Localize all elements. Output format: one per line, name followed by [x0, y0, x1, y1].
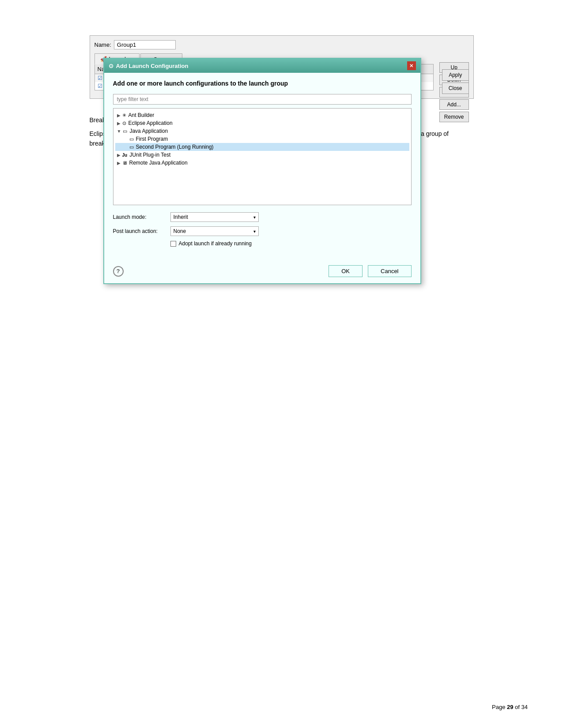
dropdown-arrow: ▾: [253, 215, 256, 220]
close-button[interactable]: Close: [442, 83, 469, 94]
collapse-arrow: ▶: [117, 113, 121, 118]
launch-mode-row: Launch mode: Inherit ▾: [113, 212, 412, 222]
junit-icon: Ju: [122, 153, 128, 158]
expand-arrow: ▼: [117, 129, 121, 134]
dropdown-arrow: ▾: [253, 229, 256, 234]
modal-title-text: Add Launch Configuration: [116, 63, 189, 69]
modal-title: ⊙ Add Launch Configuration: [109, 63, 189, 69]
add-launch-config-modal: ⊙ Add Launch Configuration ✕ Add one or …: [103, 58, 421, 284]
page-prefix: Page: [492, 704, 507, 710]
name-label: Name:: [94, 41, 111, 48]
name-input[interactable]: [114, 40, 176, 49]
remove-button[interactable]: Remove: [439, 112, 469, 122]
tree-item-label: JUnit Plug-in Test: [129, 152, 170, 158]
remote-icon: 🖥: [122, 160, 127, 165]
outer-footer-buttons: Apply Close: [442, 69, 469, 94]
checkbox-1: ☑: [98, 75, 102, 81]
filter-input[interactable]: [113, 94, 412, 105]
modal-titlebar: ⊙ Add Launch Configuration ✕: [104, 59, 420, 73]
program-icon: ▭: [129, 144, 134, 150]
tree-list[interactable]: ▶ ✳ Ant Builder ▶ ⊙ Eclipse Application …: [113, 108, 412, 205]
help-icon[interactable]: ?: [113, 266, 124, 277]
modal-body: Add one or more launch configurations to…: [104, 73, 420, 261]
tree-item-junit[interactable]: ▶ Ju JUnit Plug-in Test: [115, 151, 409, 159]
tree-item-first-program[interactable]: ▭ First Program: [115, 135, 409, 143]
modal-close-button[interactable]: ✕: [407, 61, 416, 70]
adopt-launch-label: Adopt launch if already running: [179, 240, 252, 247]
page-footer: Page 29 of 34: [492, 704, 528, 710]
launch-mode-value: Inherit: [174, 214, 188, 220]
tree-item-label: Ant Builder: [128, 112, 155, 118]
adopt-launch-checkbox[interactable]: [170, 241, 176, 247]
collapse-arrow: ▶: [117, 153, 121, 158]
program-icon: ▭: [129, 136, 134, 142]
name-row: Name:: [94, 40, 469, 49]
launch-mode-select[interactable]: Inherit ▾: [170, 212, 259, 222]
modal-heading: Add one or more launch configurations to…: [113, 80, 412, 87]
ant-icon: ✳: [122, 113, 126, 118]
cancel-button[interactable]: Cancel: [368, 265, 411, 277]
apply-button[interactable]: Apply: [442, 69, 469, 81]
tree-item-label: Remote Java Application: [129, 160, 188, 166]
tree-item-second-program[interactable]: ▭ Second Program (Long Running): [115, 143, 409, 151]
eclipse-icon: ⊙: [122, 120, 126, 126]
post-launch-select[interactable]: None ▾: [170, 226, 259, 236]
tree-item-label: Second Program (Long Running): [136, 144, 214, 150]
java-icon: ▭: [123, 128, 127, 134]
checkbox-2: ☑: [98, 83, 102, 89]
launch-mode-label: Launch mode:: [113, 214, 170, 220]
page-total: 34: [521, 704, 528, 710]
tree-item-label: Eclipse Application: [128, 120, 173, 126]
adopt-launch-row: Adopt launch if already running: [170, 240, 412, 247]
tree-item-label: First Program: [136, 136, 168, 142]
post-launch-value: None: [174, 228, 186, 234]
collapse-arrow: ▶: [117, 121, 121, 126]
tree-item-eclipse-app[interactable]: ▶ ⊙ Eclipse Application: [115, 119, 409, 127]
page-current: 29: [507, 704, 513, 710]
tree-item-ant-builder[interactable]: ▶ ✳ Ant Builder: [115, 111, 409, 119]
post-launch-row: Post launch action: None ▾: [113, 226, 412, 236]
tree-item-remote-java[interactable]: ▶ 🖥 Remote Java Application: [115, 159, 409, 167]
add-button[interactable]: Add...: [439, 99, 469, 110]
collapse-arrow: ▶: [117, 161, 121, 165]
modal-footer: ? OK Cancel: [104, 261, 420, 283]
post-launch-label: Post launch action:: [113, 228, 170, 234]
modal-title-icon: ⊙: [109, 63, 113, 69]
tree-item-java-app[interactable]: ▼ ▭ Java Application: [115, 127, 409, 135]
ok-button[interactable]: OK: [329, 265, 363, 277]
page-separator: of: [513, 704, 521, 710]
tree-item-label: Java Application: [129, 128, 168, 134]
